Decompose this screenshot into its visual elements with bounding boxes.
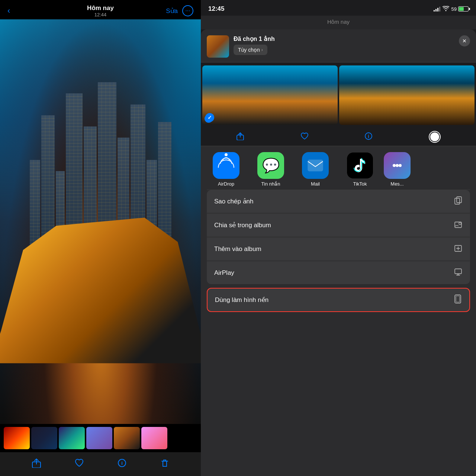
more-apps-label: Mes... — [390, 181, 403, 187]
share-info: Đã chọn 1 ảnh Tùy chọn › — [234, 35, 454, 55]
thumbnail-item[interactable] — [114, 427, 140, 449]
copy-photo-label: Sao chép ảnh — [214, 197, 253, 205]
edit-button[interactable]: Sửa — [166, 7, 178, 15]
airdrop-waves — [218, 155, 234, 176]
share-close-button[interactable]: ✕ — [459, 35, 470, 46]
photo-background — [0, 19, 201, 424]
wallpaper-icon — [454, 295, 462, 305]
tiktok-icon — [347, 152, 373, 179]
airplay-button[interactable]: AirPlay — [207, 261, 470, 284]
signal-bar-4 — [439, 7, 440, 12]
close-icon: ✕ — [462, 38, 467, 44]
battery-fill — [459, 7, 464, 11]
airdrop-dot — [225, 153, 228, 156]
set-wallpaper-label: Dùng làm hình nền — [215, 296, 268, 304]
add-album-label: Thêm vào album — [214, 245, 261, 253]
right-status-bar: 12:45 59 — [201, 0, 476, 16]
app-airdrop[interactable]: AirDrop — [204, 152, 248, 187]
airdrop-icon — [213, 152, 239, 179]
svg-point-13 — [459, 222, 461, 225]
thumbnail-item[interactable] — [31, 427, 57, 449]
thumbnail-strip[interactable] — [0, 424, 201, 452]
add-album-button[interactable]: Thêm vào album — [207, 238, 470, 260]
app-mail[interactable]: Mail — [293, 152, 338, 187]
set-wallpaper-button[interactable]: Dùng làm hình nền — [207, 288, 470, 312]
share-count-label: Đã chọn 1 ảnh — [234, 35, 454, 42]
copy-photo-button[interactable]: Sao chép ảnh — [207, 190, 470, 213]
right-time: 12:45 — [208, 5, 224, 13]
left-status-bar: ‹ Hôm nay 12:44 Sửa ··· — [0, 0, 201, 19]
mini-share-icon[interactable] — [236, 132, 244, 142]
mail-label: Mail — [311, 181, 320, 187]
action-gap — [207, 284, 470, 287]
share-album-icon — [454, 220, 463, 231]
svg-point-7 — [393, 164, 396, 167]
svg-rect-18 — [456, 296, 460, 302]
app-messages[interactable]: 💬 Tin nhắn — [248, 152, 293, 187]
signal-bar-1 — [434, 10, 435, 12]
left-nav-title: Hôm nay — [87, 4, 114, 12]
main-photo-view[interactable] — [0, 19, 201, 424]
svg-text:i: i — [121, 460, 123, 466]
more-apps-icon — [384, 152, 411, 179]
favorite-button[interactable] — [74, 458, 84, 470]
right-header-blur: Hôm nay — [201, 16, 476, 29]
share-album-button[interactable]: Chia sẻ trong album — [207, 214, 470, 237]
photo-bg-2 — [339, 65, 475, 125]
airdrop-label: AirDrop — [218, 181, 234, 187]
mini-info-icon[interactable]: i — [364, 132, 373, 142]
app-more[interactable]: Mes... — [382, 152, 412, 187]
action-divider-3 — [207, 261, 470, 261]
share-sheet: Đã chọn 1 ảnh Tùy chọn › ✕ ✓ — [201, 29, 476, 476]
left-back-button[interactable]: ‹ — [7, 6, 10, 16]
messages-label: Tin nhắn — [261, 181, 280, 187]
thumbnail-item[interactable] — [86, 427, 112, 449]
signal-bar-2 — [435, 9, 437, 12]
svg-rect-15 — [455, 269, 461, 274]
action-list: Sao chép ảnh Chia sẻ trong album — [201, 190, 476, 470]
battery-level: 59 — [451, 6, 457, 12]
share-options-button[interactable]: Tùy chọn › — [234, 45, 267, 55]
apps-row: AirDrop 💬 Tin nhắn Mail — [201, 146, 476, 190]
photo-strip-item-1[interactable]: ✓ — [202, 65, 338, 125]
thumbnail-item[interactable] — [141, 427, 167, 449]
mini-photo-toolbar: i — [201, 128, 476, 146]
thumbnail-item[interactable] — [4, 427, 30, 449]
svg-text:i: i — [368, 134, 369, 139]
car-shape — [0, 202, 201, 363]
status-icons: 59 — [434, 6, 469, 12]
selected-check-icon: ✓ — [205, 115, 213, 123]
messages-icon: 💬 — [257, 152, 284, 179]
photo-preview-strip[interactable]: ✓ — [201, 62, 476, 128]
delete-button[interactable] — [160, 458, 170, 470]
airplay-label: AirPlay — [214, 269, 234, 277]
share-album-label: Chia sẻ trong album — [214, 221, 271, 229]
mini-heart-icon[interactable] — [300, 132, 309, 142]
tiktok-label: TikTok — [353, 181, 367, 187]
app-tiktok[interactable]: TikTok — [338, 152, 382, 187]
share-thumbnail — [207, 35, 229, 58]
mini-circle-button[interactable] — [429, 131, 441, 143]
copy-icon — [454, 196, 463, 207]
photo-bg-1 — [202, 65, 338, 125]
thumbnail-item[interactable] — [59, 427, 85, 449]
bottom-padding — [201, 470, 476, 476]
more-button[interactable]: ··· — [182, 5, 193, 16]
info-button[interactable]: i — [117, 458, 127, 470]
left-nav-right: Sửa ··· — [166, 5, 193, 16]
car-image — [0, 202, 201, 363]
add-album-icon — [454, 244, 463, 254]
share-button[interactable] — [32, 458, 41, 470]
airdrop-wave-3 — [215, 156, 238, 179]
signal-bar-3 — [437, 8, 438, 12]
photo-strip-item-2[interactable] — [339, 65, 475, 125]
battery-indicator: 59 — [451, 6, 469, 12]
battery-icon — [458, 6, 469, 12]
left-phone-panel: ‹ Hôm nay 12:44 Sửa ··· — [0, 0, 201, 476]
svg-rect-10 — [457, 197, 461, 203]
chevron-right-icon: › — [261, 47, 263, 52]
mail-icon — [302, 152, 329, 179]
signal-icon — [434, 6, 440, 12]
share-header: Đã chọn 1 ảnh Tùy chọn › ✕ — [201, 29, 476, 62]
svg-rect-11 — [455, 198, 460, 204]
